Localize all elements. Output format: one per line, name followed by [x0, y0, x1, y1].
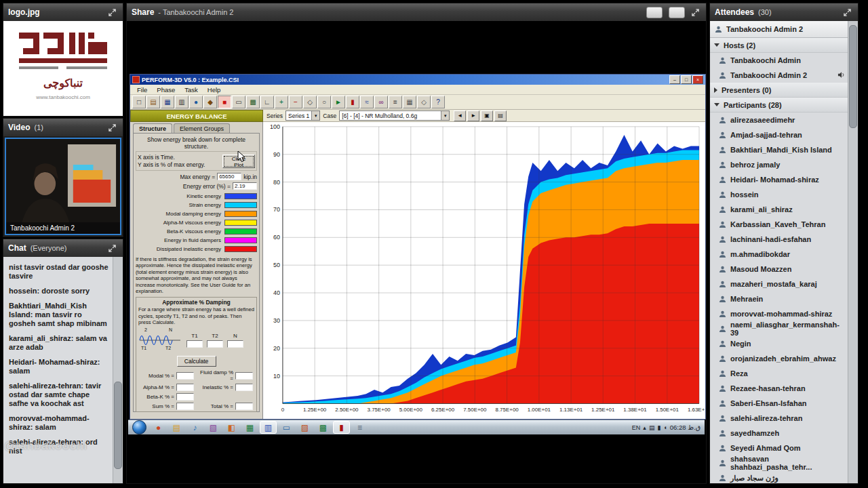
print-icon[interactable]: ▥	[175, 96, 189, 108]
show-hidden-icons-icon[interactable]: ▴	[643, 424, 646, 431]
attendee-row[interactable]: Rezaee-hasan-tehran	[710, 381, 849, 396]
maximize-button[interactable]: □	[681, 75, 692, 84]
word-icon[interactable]: ▥	[260, 421, 277, 434]
close-button[interactable]: ×	[692, 75, 703, 84]
excel-icon[interactable]: ▦	[241, 421, 258, 434]
explorer-icon[interactable]: ▭	[278, 421, 295, 434]
grid-icon[interactable]: ▩	[246, 96, 260, 108]
section-participants-28[interactable]: Participants (28)	[710, 98, 849, 113]
result-field-inelastic[interactable]	[235, 384, 253, 391]
attendee-row[interactable]: وژن سجاد صبار	[710, 470, 849, 483]
attendee-row[interactable]: shahsavan shahbazi_pasha_tehr...	[710, 455, 849, 470]
draw-icon[interactable]	[669, 7, 685, 18]
tab-structure[interactable]: Structure	[133, 123, 172, 133]
perform3d-icon[interactable]: ▮	[333, 421, 350, 434]
popout-icon[interactable]	[841, 7, 853, 18]
menu-file[interactable]: File	[132, 86, 152, 94]
pointer-icon[interactable]	[646, 7, 663, 18]
media-player-icon[interactable]: ♪	[186, 421, 203, 434]
attendees-scrollbar-thumb[interactable]	[849, 25, 857, 128]
attendee-row[interactable]: mazaheri_mostafa_karaj	[710, 277, 849, 291]
attendee-row[interactable]: karami_ali_shiraz	[710, 202, 849, 217]
new-file-icon[interactable]: □	[132, 96, 146, 108]
attendee-row[interactable]: Amjad-sajjad-tehran	[710, 127, 849, 142]
attendee-row[interactable]: Karbassian_Kaveh_Tehran	[710, 217, 849, 232]
run-analysis-icon[interactable]: ►	[332, 96, 345, 108]
attendee-row[interactable]: naemi_aliasghar_kermanshah-39	[710, 321, 849, 336]
result-field-sum[interactable]	[176, 403, 194, 410]
notepad-icon[interactable]: ≡	[351, 421, 368, 434]
attendee-row[interactable]: orojanizadeh_ebrahim_ahwaz	[710, 351, 849, 366]
window-titlebar[interactable]: PERFORM-3D V5.0 : Example.CSI –□×	[130, 75, 705, 85]
elements-icon[interactable]: ◆	[203, 96, 217, 108]
hysteresis-icon[interactable]: ∞	[374, 96, 388, 108]
rotate-icon[interactable]: ○	[317, 96, 331, 108]
tab-element-groups[interactable]: Element Groups	[174, 123, 230, 133]
attendee-row[interactable]: m.ahmadibokdar	[710, 247, 849, 262]
menu-task[interactable]: Task	[180, 86, 203, 94]
prev-case-button[interactable]: ◄	[454, 110, 466, 121]
attendee-row[interactable]: alirezasaeedimehr	[710, 113, 849, 127]
attendees-scrollbar[interactable]	[848, 21, 858, 483]
popout-icon[interactable]	[106, 7, 118, 18]
report-icon[interactable]: ≡	[389, 96, 402, 108]
network-icon[interactable]: ▮	[657, 424, 660, 431]
n-field[interactable]	[227, 340, 243, 348]
attendee-row[interactable]: hossein	[710, 187, 849, 202]
result-field-modal[interactable]	[176, 372, 194, 380]
attendee-row[interactable]: morovvat-mohammad-shiraz	[710, 306, 849, 321]
menu-help[interactable]: Help	[203, 86, 226, 94]
chrome-icon[interactable]: ●	[150, 421, 167, 434]
result-field-fluid-damp[interactable]	[235, 372, 253, 380]
attendee-row[interactable]: sayedhamzeh	[710, 426, 849, 441]
print-plot-button[interactable]: ▤	[494, 110, 507, 121]
attendee-self-row[interactable]: Tanbakoochi Admin 2	[710, 21, 849, 38]
result-field-total[interactable]	[235, 403, 253, 410]
series-select[interactable]: Series 1 ▼	[285, 110, 320, 121]
zoom-out-icon[interactable]: −	[289, 96, 302, 108]
start-button[interactable]	[132, 420, 146, 434]
energy-plot-icon[interactable]: ▮	[346, 96, 359, 108]
attendee-row[interactable]: behroz jamaly	[710, 157, 849, 172]
clock[interactable]: 06:28 ق.ظ	[670, 424, 701, 431]
attendee-row[interactable]: Masoud Moazzen	[710, 262, 849, 277]
section-hosts-2[interactable]: Hosts (2)	[710, 38, 849, 53]
t1-field[interactable]	[186, 340, 203, 348]
tables-icon[interactable]: ▦	[403, 96, 416, 108]
popout-icon[interactable]	[106, 123, 118, 133]
case-select[interactable]: [6] - [4] - NR Mulholland, 0.6g ▼	[339, 110, 450, 121]
attendee-row[interactable]: Bakhtiari_Mahdi_Kish Island	[710, 142, 849, 157]
attendee-row[interactable]: Reza	[710, 366, 849, 381]
excel2-icon[interactable]: ▩	[315, 421, 332, 434]
zoom-in-icon[interactable]: +	[275, 96, 288, 108]
calculate-button[interactable]: Calculate	[177, 356, 216, 367]
popout-icon[interactable]	[106, 243, 118, 253]
result-field-alpha-m[interactable]	[176, 384, 194, 391]
frames-icon[interactable]: ▭	[232, 96, 245, 108]
attendee-row[interactable]: Negin	[710, 336, 849, 351]
attendee-row[interactable]: Saberi-Ehsan-Isfahan	[710, 396, 849, 411]
deflection-icon[interactable]: ≈	[360, 96, 374, 108]
attendee-row[interactable]: Heidari- Mohamad-shiraz	[710, 172, 849, 187]
popout-icon[interactable]	[689, 7, 701, 18]
open-file-icon[interactable]: ▤	[146, 96, 160, 108]
menu-phase[interactable]: Phase	[152, 86, 180, 94]
nodes-icon[interactable]: ●	[189, 96, 203, 108]
attendee-row[interactable]: Seyedi Ahmad Qom	[710, 441, 849, 455]
attendee-row[interactable]: Tanbakoochi Admin	[710, 53, 849, 68]
action-center-icon[interactable]: ▤	[649, 424, 655, 431]
result-field-beta-k[interactable]	[176, 393, 194, 401]
settings-icon[interactable]: ◇	[417, 96, 431, 108]
chat-scrollbar-thumb[interactable]	[114, 382, 122, 469]
section-presenters-0[interactable]: Presenters (0)	[710, 83, 849, 98]
powerpoint-icon[interactable]: ▨	[296, 421, 313, 434]
help-icon[interactable]: ?	[431, 96, 445, 108]
language-indicator[interactable]: EN	[632, 424, 641, 431]
t2-field[interactable]	[207, 340, 223, 348]
next-case-button[interactable]: ►	[467, 110, 479, 121]
save-icon[interactable]: ▦	[161, 96, 174, 108]
copy-plot-button[interactable]: ▣	[481, 110, 493, 121]
volume-icon[interactable]: ◖	[663, 424, 667, 431]
attendee-row[interactable]: lachinani-hadi-esfahan	[710, 232, 849, 247]
photos-icon[interactable]: ▧	[205, 421, 222, 434]
